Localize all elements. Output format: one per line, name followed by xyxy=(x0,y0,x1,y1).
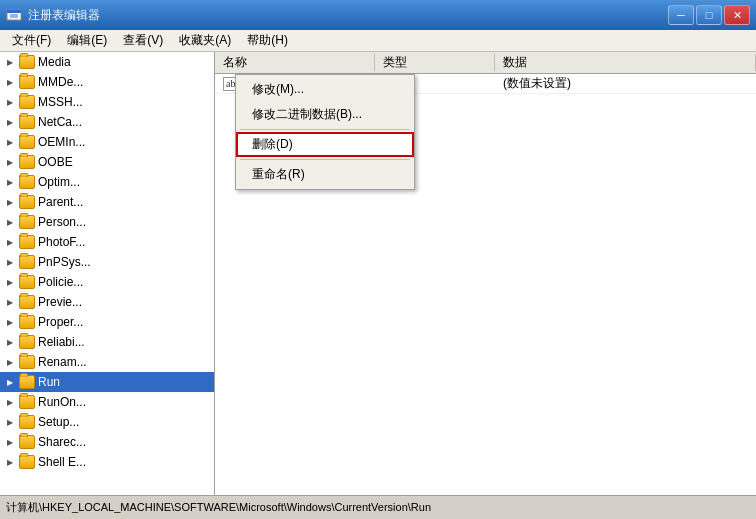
folder-icon xyxy=(19,375,35,389)
tree-panel: ▶ Media ▶ MMDe... ▶ MSSH... ▶ NetCa... ▶… xyxy=(0,52,215,495)
tree-item-sharec[interactable]: ▶ Sharec... xyxy=(0,432,214,452)
tree-label: Person... xyxy=(38,215,86,229)
right-panel: 名称 类型 数据 ab (默认) (数值未设置) 修改(M)... 修改二进制数… xyxy=(215,52,756,495)
tree-label: Sharec... xyxy=(38,435,86,449)
tree-item-runon[interactable]: ▶ RunOn... xyxy=(0,392,214,412)
expand-arrow: ▶ xyxy=(4,376,16,388)
main-content: ▶ Media ▶ MMDe... ▶ MSSH... ▶ NetCa... ▶… xyxy=(0,52,756,495)
tree-item-netca[interactable]: ▶ NetCa... xyxy=(0,112,214,132)
expand-arrow: ▶ xyxy=(4,456,16,468)
folder-icon xyxy=(19,155,35,169)
tree-item-mmde[interactable]: ▶ MMDe... xyxy=(0,72,214,92)
folder-icon xyxy=(19,415,35,429)
tree-item-optim[interactable]: ▶ Optim... xyxy=(0,172,214,192)
folder-icon xyxy=(19,75,35,89)
folder-icon xyxy=(19,135,35,149)
tree-item-shell[interactable]: ▶ Shell E... xyxy=(0,452,214,472)
tree-label: Run xyxy=(38,375,60,389)
tree-item-reliabi[interactable]: ▶ Reliabi... xyxy=(0,332,214,352)
expand-arrow: ▶ xyxy=(4,136,16,148)
tree-label: Previe... xyxy=(38,295,82,309)
tree-label: Proper... xyxy=(38,315,83,329)
tree-item-previe[interactable]: ▶ Previe... xyxy=(0,292,214,312)
tree-label: NetCa... xyxy=(38,115,82,129)
expand-arrow: ▶ xyxy=(4,116,16,128)
folder-icon xyxy=(19,115,35,129)
tree-item-setup[interactable]: ▶ Setup... xyxy=(0,412,214,432)
expand-arrow: ▶ xyxy=(4,416,16,428)
app-icon xyxy=(6,7,22,23)
expand-arrow: ▶ xyxy=(4,216,16,228)
tree-label: Optim... xyxy=(38,175,80,189)
tree-item-pnpsys[interactable]: ▶ PnPSys... xyxy=(0,252,214,272)
menu-edit[interactable]: 编辑(E) xyxy=(59,30,115,51)
tree-label: Setup... xyxy=(38,415,79,429)
expand-arrow: ▶ xyxy=(4,56,16,68)
folder-icon xyxy=(19,255,35,269)
close-button[interactable]: ✕ xyxy=(724,5,750,25)
minimize-button[interactable]: ─ xyxy=(668,5,694,25)
expand-arrow: ▶ xyxy=(4,356,16,368)
status-bar: 计算机\HKEY_LOCAL_MACHINE\SOFTWARE\Microsof… xyxy=(0,495,756,519)
app-title: 注册表编辑器 xyxy=(28,7,100,24)
folder-icon xyxy=(19,455,35,469)
tree-label: Policie... xyxy=(38,275,83,289)
ctx-separator-2 xyxy=(240,159,410,160)
menu-file[interactable]: 文件(F) xyxy=(4,30,59,51)
context-menu: 修改(M)... 修改二进制数据(B)... 删除(D) 重命名(R) xyxy=(235,74,415,190)
expand-arrow: ▶ xyxy=(4,276,16,288)
ctx-separator-1 xyxy=(240,129,410,130)
col-header-data: 数据 xyxy=(495,54,756,71)
folder-icon xyxy=(19,55,35,69)
expand-arrow: ▶ xyxy=(4,296,16,308)
tree-label: Renam... xyxy=(38,355,87,369)
window-controls: ─ □ ✕ xyxy=(668,5,750,25)
tree-label: Media xyxy=(38,55,71,69)
folder-icon xyxy=(19,395,35,409)
menu-bar: 文件(F) 编辑(E) 查看(V) 收藏夹(A) 帮助(H) xyxy=(0,30,756,52)
expand-arrow: ▶ xyxy=(4,336,16,348)
ctx-menu-modify[interactable]: 修改(M)... xyxy=(236,77,414,102)
tree-item-mssh[interactable]: ▶ MSSH... xyxy=(0,92,214,112)
expand-arrow: ▶ xyxy=(4,96,16,108)
tree-label: PhotoF... xyxy=(38,235,85,249)
ctx-menu-delete[interactable]: 删除(D) xyxy=(236,132,414,157)
tree-item-run[interactable]: ▶ Run xyxy=(0,372,214,392)
menu-view[interactable]: 查看(V) xyxy=(115,30,171,51)
tree-label: Shell E... xyxy=(38,455,86,469)
maximize-button[interactable]: □ xyxy=(696,5,722,25)
data-cell-value: (数值未设置) xyxy=(495,75,756,92)
tree-label: PnPSys... xyxy=(38,255,91,269)
svg-rect-1 xyxy=(7,10,21,13)
tree-label: OEMIn... xyxy=(38,135,85,149)
tree-label: MMDe... xyxy=(38,75,83,89)
menu-help[interactable]: 帮助(H) xyxy=(239,30,296,51)
tree-label: OOBE xyxy=(38,155,73,169)
tree-item-parent[interactable]: ▶ Parent... xyxy=(0,192,214,212)
expand-arrow: ▶ xyxy=(4,76,16,88)
tree-item-photof[interactable]: ▶ PhotoF... xyxy=(0,232,214,252)
status-text: 计算机\HKEY_LOCAL_MACHINE\SOFTWARE\Microsof… xyxy=(6,500,431,515)
expand-arrow: ▶ xyxy=(4,256,16,268)
col-header-type: 类型 xyxy=(375,54,495,71)
expand-arrow: ▶ xyxy=(4,396,16,408)
tree-item-renam[interactable]: ▶ Renam... xyxy=(0,352,214,372)
folder-icon xyxy=(19,215,35,229)
tree-item-media[interactable]: ▶ Media xyxy=(0,52,214,72)
tree-item-policie[interactable]: ▶ Policie... xyxy=(0,272,214,292)
expand-arrow: ▶ xyxy=(4,436,16,448)
tree-item-oemin[interactable]: ▶ OEMIn... xyxy=(0,132,214,152)
folder-icon xyxy=(19,235,35,249)
tree-item-proper[interactable]: ▶ Proper... xyxy=(0,312,214,332)
title-bar-left: 注册表编辑器 xyxy=(6,7,100,24)
folder-icon xyxy=(19,295,35,309)
folder-icon xyxy=(19,355,35,369)
menu-favorites[interactable]: 收藏夹(A) xyxy=(171,30,239,51)
ctx-menu-modify-binary[interactable]: 修改二进制数据(B)... xyxy=(236,102,414,127)
tree-item-oobe[interactable]: ▶ OOBE xyxy=(0,152,214,172)
folder-icon xyxy=(19,195,35,209)
ctx-menu-rename[interactable]: 重命名(R) xyxy=(236,162,414,187)
title-bar: 注册表编辑器 ─ □ ✕ xyxy=(0,0,756,30)
expand-arrow: ▶ xyxy=(4,316,16,328)
tree-item-person[interactable]: ▶ Person... xyxy=(0,212,214,232)
